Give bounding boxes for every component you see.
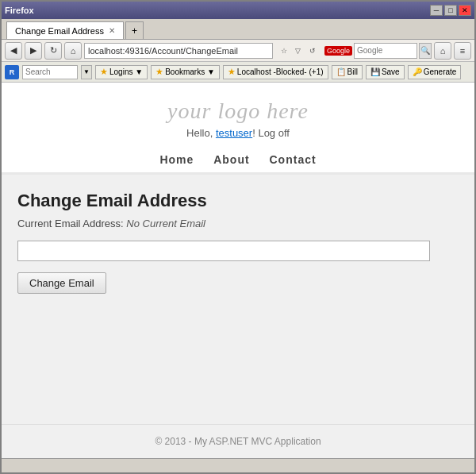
home-icon-button[interactable]: ⌂ bbox=[434, 42, 451, 60]
maximize-button[interactable]: □ bbox=[444, 5, 457, 16]
minimize-button[interactable]: ─ bbox=[430, 5, 443, 16]
bill-icon: 📋 bbox=[336, 67, 346, 76]
address-icons: ☆ ▽ ↺ bbox=[278, 44, 319, 57]
website: your logo here Hello, testuser! Log off … bbox=[2, 83, 474, 458]
address-bar[interactable]: localhost:49316/Account/ChangeEmail bbox=[84, 43, 273, 59]
site-nav: Home About Contact bbox=[2, 147, 474, 175]
current-email-label: Current Email Address: No Current Email bbox=[17, 218, 459, 229]
browser-content: your logo here Hello, testuser! Log off … bbox=[2, 83, 474, 458]
roboform-search-dropdown[interactable]: ▼ bbox=[81, 65, 92, 79]
hello-suffix: ! Log off bbox=[252, 127, 290, 139]
browser-window: Firefox ─ □ ✕ Change Email Address ✕ + ◀… bbox=[0, 0, 476, 474]
active-tab[interactable]: Change Email Address ✕ bbox=[6, 21, 124, 39]
current-email-value: No Current Email bbox=[126, 218, 205, 229]
toolbar-more-button[interactable]: ≡ bbox=[454, 42, 471, 60]
search-input[interactable] bbox=[354, 43, 417, 59]
title-bar-controls: ─ □ ✕ bbox=[430, 5, 471, 16]
roboform-toolbar: R ▼ ★ Logins ▼ ★ Bookmarks ▼ ★ Localhost… bbox=[2, 62, 474, 83]
title-bar: Firefox ─ □ ✕ bbox=[2, 2, 474, 19]
tab-bar: Change Email Address ✕ + bbox=[2, 19, 474, 40]
logo-placeholder: your logo here bbox=[2, 98, 474, 124]
forward-button[interactable]: ▶ bbox=[25, 42, 42, 60]
email-input[interactable] bbox=[17, 241, 430, 261]
search-area: Google 🔍 bbox=[324, 43, 432, 59]
logins-star-icon: ★ bbox=[100, 67, 108, 77]
change-email-button[interactable]: Change Email bbox=[17, 272, 106, 294]
generate-button[interactable]: 🔑 Generate bbox=[408, 65, 462, 79]
bookmark-star-icon[interactable]: ☆ bbox=[278, 44, 290, 57]
localhost-star-icon: ★ bbox=[228, 67, 236, 77]
bill-button[interactable]: 📋 Bill bbox=[332, 65, 363, 79]
home-button[interactable]: ⌂ bbox=[64, 42, 82, 60]
search-go-button[interactable]: 🔍 bbox=[419, 43, 432, 59]
close-button[interactable]: ✕ bbox=[459, 5, 471, 16]
hello-prefix: Hello, bbox=[186, 127, 216, 139]
save-button[interactable]: 💾 Save bbox=[366, 65, 405, 79]
page-title: Change Email Address bbox=[17, 191, 459, 211]
new-tab-button[interactable]: + bbox=[125, 21, 144, 39]
nav-toolbar: ◀ ▶ ↻ ⌂ localhost:49316/Account/ChangeEm… bbox=[2, 40, 474, 62]
nav-home[interactable]: Home bbox=[159, 153, 194, 166]
hello-text: Hello, testuser! Log off bbox=[2, 127, 474, 139]
back-button[interactable]: ◀ bbox=[5, 42, 22, 60]
title-bar-text: Firefox bbox=[5, 6, 34, 15]
refresh-icon[interactable]: ↺ bbox=[306, 44, 319, 57]
generate-icon: 🔑 bbox=[413, 67, 422, 76]
search-engine-badge: Google bbox=[324, 46, 352, 56]
url-text: localhost:49316/Account/ChangeEmail bbox=[88, 46, 238, 56]
save-icon: 💾 bbox=[370, 67, 380, 76]
localhost-button[interactable]: ★ Localhost -Blocked- (+1) bbox=[223, 65, 328, 79]
username-link[interactable]: testuser bbox=[216, 127, 252, 139]
reload-button[interactable]: ↻ bbox=[44, 42, 62, 60]
site-footer: © 2013 - My ASP.NET MVC Application bbox=[2, 424, 474, 458]
site-header: your logo here Hello, testuser! Log off bbox=[2, 83, 474, 147]
bookmarks-star-icon: ★ bbox=[155, 67, 163, 77]
status-bar bbox=[2, 458, 474, 472]
footer-copyright: © 2013 - My ASP.NET MVC Application bbox=[155, 436, 321, 447]
nav-about[interactable]: About bbox=[213, 153, 249, 166]
page-content: Change Email Address Current Email Addre… bbox=[2, 175, 474, 424]
roboform-logo: R bbox=[5, 65, 19, 79]
tab-label: Change Email Address bbox=[15, 26, 104, 36]
tab-close-icon[interactable]: ✕ bbox=[109, 26, 115, 35]
nav-contact[interactable]: Contact bbox=[270, 153, 317, 166]
reading-icon[interactable]: ▽ bbox=[292, 44, 305, 57]
roboform-search-input[interactable] bbox=[22, 65, 78, 79]
logins-button[interactable]: ★ Logins ▼ bbox=[95, 65, 148, 79]
bookmarks-button[interactable]: ★ Bookmarks ▼ bbox=[151, 65, 220, 79]
